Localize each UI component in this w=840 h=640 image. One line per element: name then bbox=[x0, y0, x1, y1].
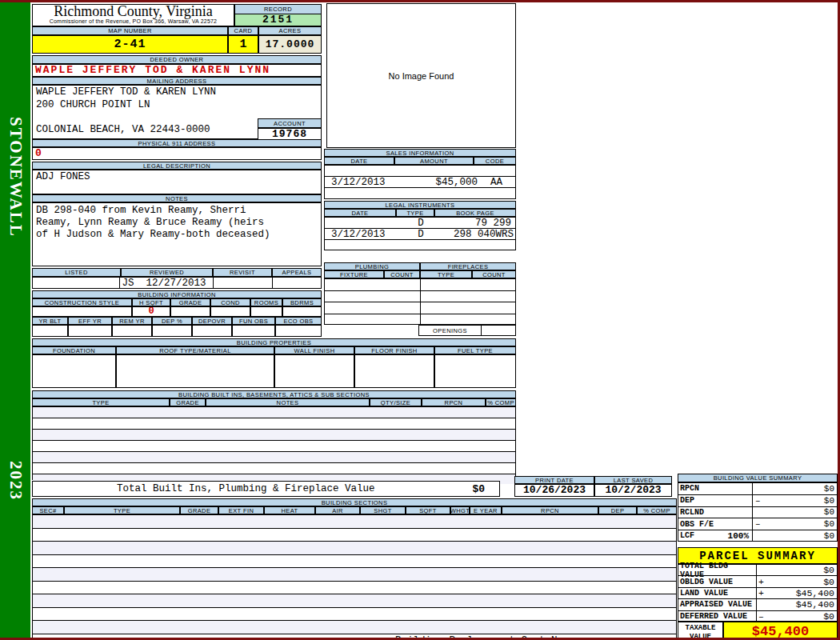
summary-value: $0 bbox=[765, 496, 837, 506]
sales-row bbox=[325, 166, 515, 177]
summary-row: RPCN $0 bbox=[678, 483, 837, 495]
fuel-type-value bbox=[434, 354, 516, 388]
foundation-value bbox=[32, 354, 116, 388]
reviewed-value: JS 12/27/2013 bbox=[120, 278, 213, 288]
account-value: 19768 bbox=[258, 128, 322, 140]
map-number-value: 2-41 bbox=[32, 35, 228, 54]
built-ins-header: BUILDING BUILT INS, BASEMENTS, ATTICS & … bbox=[32, 390, 516, 398]
summary-label: RCLND bbox=[680, 508, 704, 517]
building-properties-values bbox=[32, 354, 516, 388]
shgt-header: SHGT bbox=[360, 506, 406, 514]
parcel-row: OBLDG VALUE +$0 bbox=[678, 576, 837, 587]
summary-row: OBS F/E –$0 bbox=[678, 518, 837, 530]
legal-bookpage: 79 299 bbox=[440, 218, 515, 229]
summary-label: RPCN bbox=[680, 484, 699, 493]
empty-row bbox=[33, 418, 515, 430]
bdrms-value bbox=[282, 306, 322, 317]
taxable-value-label: TAXABLE VALUE bbox=[678, 622, 723, 640]
built-ins-total-label: Total Built Ins, Plumbing & Fireplace Va… bbox=[117, 483, 375, 494]
mailing-address-header: MAILING ADDRESS bbox=[32, 77, 322, 85]
empty-row bbox=[33, 463, 515, 474]
parcel-value: $0 bbox=[768, 577, 837, 587]
sec-header: SEC# bbox=[32, 506, 64, 514]
property-record-card: STONEWALL 2023 Richmond County, Virginia… bbox=[0, 0, 840, 640]
building-info-header: BUILDING INFORMATION bbox=[32, 290, 322, 298]
county-title: Richmond County, Virginia bbox=[33, 5, 234, 18]
comp-header: % COMP bbox=[637, 506, 677, 514]
rpcn-header: RPCN bbox=[502, 506, 598, 514]
funobs-header: FUN OBS bbox=[232, 317, 275, 325]
floor-finish-value bbox=[354, 354, 434, 388]
card-header: CARD bbox=[228, 26, 258, 35]
empty-row bbox=[33, 430, 515, 441]
grade-header: GRADE bbox=[170, 298, 210, 306]
built-ins-total-value: $0 bbox=[472, 483, 485, 495]
grade-value bbox=[170, 306, 210, 317]
summary-row: DEP –$0 bbox=[678, 495, 837, 507]
sales-rows: 3/12/2013 $45,000 AA bbox=[324, 165, 516, 199]
building-info-row2-values bbox=[32, 325, 322, 337]
summary-value: $0 bbox=[765, 519, 837, 529]
notes-line: of H Judson & Mary Reamy-both deceased) bbox=[36, 229, 321, 241]
listed-value bbox=[33, 278, 120, 288]
appeals-value bbox=[273, 278, 321, 288]
remyr-value bbox=[112, 325, 152, 337]
empty-row bbox=[33, 542, 676, 555]
construction-style-header: CONSTRUCTION STYLE bbox=[32, 298, 132, 306]
built-ins-rpcn-header: RPCN bbox=[422, 398, 486, 406]
legal-row: D 79 299 bbox=[325, 218, 515, 229]
print-date-value: 10/26/2023 bbox=[514, 484, 594, 497]
openings-label: OPENINGS bbox=[418, 325, 482, 336]
listed-header: LISTED bbox=[32, 268, 121, 277]
empty-row bbox=[325, 302, 515, 314]
notes-line: Reamy, Lynn Reamy & Bruce Reamy (heirs bbox=[36, 217, 321, 229]
sales-row bbox=[325, 188, 515, 198]
eyear-header: E YEAR bbox=[470, 506, 502, 514]
revisit-value bbox=[214, 278, 273, 288]
parcel-label: LAND VALUE bbox=[678, 588, 757, 598]
heat-header: HEAT bbox=[264, 506, 315, 514]
ecoobs-header: ECO OBS bbox=[275, 317, 322, 325]
parcel-label: OBLDG VALUE bbox=[678, 576, 757, 586]
plumbing-header: PLUMBING bbox=[324, 262, 420, 270]
empty-row bbox=[325, 314, 515, 325]
rooms-value bbox=[250, 306, 282, 317]
empty-row bbox=[33, 452, 515, 463]
taxable-value-row: TAXABLE VALUE $45,400 bbox=[678, 622, 838, 640]
legal-instruments-header: LEGAL INSTRUMENTS bbox=[324, 201, 516, 209]
effyr-header: EFF YR bbox=[68, 317, 112, 325]
extfin-header: EXT FIN bbox=[218, 506, 264, 514]
roof-header: ROOF TYPE/MATERIAL bbox=[116, 346, 274, 354]
wall-finish-value bbox=[274, 354, 354, 388]
building-info-row2-headers: YR BLT EFF YR REM YR DEP % DEPOVR FUN OB… bbox=[32, 317, 322, 325]
legal-description-value: ADJ FONES bbox=[32, 170, 322, 194]
parcel-label: APPRAISED VALUE bbox=[678, 599, 757, 610]
summary-op: – bbox=[753, 519, 765, 529]
fireplace-type-header: TYPE bbox=[420, 270, 472, 278]
summary-value: $0 bbox=[765, 531, 837, 541]
sidebar: STONEWALL 2023 bbox=[0, 2, 30, 638]
built-ins-notes-header: NOTES bbox=[206, 398, 370, 406]
parcel-label: TOTAL BLDG VALUE bbox=[678, 565, 757, 575]
acres-value: 17.0000 bbox=[258, 35, 322, 54]
parcel-row: TOTAL BLDG VALUE $0 bbox=[678, 565, 837, 576]
mailing-line: WAPLE JEFFERY TOD & KAREN LYNN bbox=[36, 86, 321, 99]
parcel-row: LAND VALUE +$45,400 bbox=[678, 588, 837, 599]
footer-row: Building Replacement Cost New bbox=[33, 634, 676, 640]
dep-header: DEP bbox=[598, 506, 637, 514]
sales-col-headers: DATE AMOUNT CODE bbox=[324, 157, 516, 165]
summary-row: LCF100% $0 bbox=[678, 530, 837, 541]
built-ins-type-header: TYPE bbox=[32, 398, 170, 406]
legal-type: D bbox=[402, 229, 440, 240]
summary-label: OBS F/E bbox=[680, 520, 714, 529]
last-saved-value: 10/2/2023 bbox=[594, 484, 672, 497]
building-value-summary-header: BUILDING VALUE SUMMARY bbox=[678, 474, 838, 482]
record-value: 2151 bbox=[234, 14, 322, 26]
parcel-value: $45,400 bbox=[768, 588, 837, 598]
tax-year: 2023 bbox=[6, 461, 26, 501]
physical-address-header: PHYSICAL 911 ADDRESS bbox=[32, 139, 322, 147]
empty-row bbox=[33, 529, 676, 542]
parcel-op: – bbox=[757, 611, 768, 622]
depovr-value bbox=[192, 325, 232, 337]
empty-row bbox=[33, 594, 676, 608]
